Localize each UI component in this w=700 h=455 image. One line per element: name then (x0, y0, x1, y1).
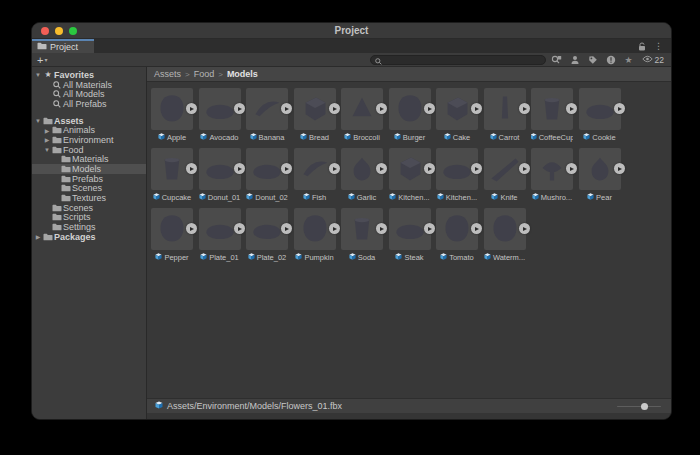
asset-thumbnail[interactable] (484, 148, 526, 190)
sidebar-item-textures[interactable]: Textures (32, 193, 146, 203)
asset-thumbnail[interactable] (389, 88, 431, 130)
foldout-collapsed-icon[interactable]: ▶ (43, 136, 51, 143)
foldout-expanded-icon[interactable]: ▼ (43, 147, 51, 153)
expand-subassets-icon[interactable] (376, 223, 387, 234)
asset-item[interactable]: Apple (151, 88, 193, 144)
expand-subassets-icon[interactable] (281, 223, 292, 234)
foldout-expanded-icon[interactable]: ▼ (34, 72, 42, 78)
asset-thumbnail[interactable] (151, 88, 193, 130)
asset-thumbnail[interactable] (436, 208, 478, 250)
expand-subassets-icon[interactable] (519, 103, 530, 114)
asset-item[interactable]: Carrot (484, 88, 526, 144)
asset-thumbnail[interactable] (341, 148, 383, 190)
asset-thumbnail[interactable] (531, 148, 573, 190)
expand-subassets-icon[interactable] (614, 103, 625, 114)
expand-subassets-icon[interactable] (471, 163, 482, 174)
asset-thumbnail[interactable] (246, 208, 288, 250)
lock-icon[interactable] (634, 39, 650, 53)
breadcrumb-segment-assets[interactable]: Assets (154, 69, 181, 79)
expand-subassets-icon[interactable] (329, 103, 340, 114)
breadcrumb-segment-models[interactable]: Models (227, 69, 258, 79)
asset-thumbnail[interactable] (199, 148, 241, 190)
asset-item[interactable]: Knife (484, 148, 526, 204)
minimize-button[interactable] (55, 27, 63, 35)
info-icon[interactable] (604, 54, 618, 66)
sidebar-item-environment[interactable]: ▶Environment (32, 135, 146, 145)
search-text-field[interactable] (385, 55, 541, 64)
sidebar-item-materials[interactable]: Materials (32, 155, 146, 165)
asset-item[interactable]: Donut_02 (246, 148, 288, 204)
foldout-collapsed-icon[interactable]: ▶ (43, 127, 51, 134)
sidebar-item-animals[interactable]: ▶Animals (32, 125, 146, 135)
expand-subassets-icon[interactable] (234, 163, 245, 174)
asset-thumbnail[interactable] (484, 208, 526, 250)
asset-item[interactable]: Broccoli (341, 88, 383, 144)
asset-item[interactable]: Pepper (151, 208, 193, 264)
expand-subassets-icon[interactable] (519, 223, 530, 234)
asset-item[interactable]: Pumpkin (294, 208, 336, 264)
search-by-type-icon[interactable] (550, 54, 564, 66)
asset-item[interactable]: Garlic (341, 148, 383, 204)
expand-subassets-icon[interactable] (186, 103, 197, 114)
asset-item[interactable]: Burger (389, 88, 431, 144)
add-asset-button[interactable]: + ▾ (37, 54, 47, 65)
sidebar-item-all-models[interactable]: All Models (32, 89, 146, 99)
expand-subassets-icon[interactable] (471, 223, 482, 234)
tab-project[interactable]: Project (32, 39, 94, 53)
sidebar-item-assets[interactable]: ▼Assets (32, 116, 146, 126)
asset-thumbnail[interactable] (389, 208, 431, 250)
expand-subassets-icon[interactable] (234, 223, 245, 234)
asset-item[interactable]: Banana (246, 88, 288, 144)
asset-item[interactable]: Avocado (199, 88, 241, 144)
asset-thumbnail[interactable] (294, 148, 336, 190)
asset-thumbnail[interactable] (579, 88, 621, 130)
asset-item[interactable]: Tomato (436, 208, 478, 264)
asset-thumbnail[interactable] (199, 88, 241, 130)
asset-item[interactable]: Fish (294, 148, 336, 204)
breadcrumb-segment-food[interactable]: Food (194, 69, 215, 79)
menu-kebab-icon[interactable]: ⋮ (650, 39, 671, 53)
foldout-collapsed-icon[interactable]: ▶ (34, 233, 42, 240)
fullscreen-button[interactable] (69, 27, 77, 35)
visibility-toggle[interactable]: 22 (640, 55, 664, 65)
expand-subassets-icon[interactable] (329, 163, 340, 174)
asset-thumbnail[interactable] (341, 208, 383, 250)
expand-subassets-icon[interactable] (566, 103, 577, 114)
sidebar-item-scenes[interactable]: Scenes (32, 184, 146, 194)
asset-item[interactable]: Cookie (579, 88, 621, 144)
asset-thumbnail[interactable] (151, 148, 193, 190)
asset-thumbnail[interactable] (436, 88, 478, 130)
asset-thumbnail[interactable] (341, 88, 383, 130)
asset-thumbnail[interactable] (389, 148, 431, 190)
expand-subassets-icon[interactable] (376, 163, 387, 174)
expand-subassets-icon[interactable] (424, 163, 435, 174)
asset-item[interactable]: CoffeeCup (531, 88, 573, 144)
search-by-label-icon[interactable] (586, 54, 600, 66)
asset-item[interactable]: Kitchen... (389, 148, 431, 204)
expand-subassets-icon[interactable] (281, 163, 292, 174)
asset-item[interactable]: Pear (579, 148, 621, 204)
close-button[interactable] (41, 27, 49, 35)
expand-subassets-icon[interactable] (376, 103, 387, 114)
asset-thumbnail[interactable] (294, 88, 336, 130)
sidebar-item-scenes[interactable]: Scenes (32, 203, 146, 213)
asset-item[interactable]: Soda (341, 208, 383, 264)
asset-item[interactable]: Plate_01 (199, 208, 241, 264)
sidebar-item-all-materials[interactable]: All Materials (32, 80, 146, 90)
expand-subassets-icon[interactable] (614, 163, 625, 174)
expand-subassets-icon[interactable] (566, 163, 577, 174)
sidebar-item-all-prefabs[interactable]: All Prefabs (32, 99, 146, 109)
asset-thumbnail[interactable] (294, 208, 336, 250)
asset-thumbnail[interactable] (436, 148, 478, 190)
sidebar-item-scripts[interactable]: Scripts (32, 213, 146, 223)
import-activity-icon[interactable] (568, 54, 582, 66)
sidebar-item-settings[interactable]: Settings (32, 222, 146, 232)
asset-thumbnail[interactable] (246, 148, 288, 190)
sidebar-item-favorites[interactable]: ▼★Favorites (32, 70, 146, 80)
asset-item[interactable]: Cake (436, 88, 478, 144)
sidebar-item-food[interactable]: ▼Food (32, 145, 146, 155)
asset-thumbnail[interactable] (151, 208, 193, 250)
expand-subassets-icon[interactable] (281, 103, 292, 114)
asset-item[interactable]: Kitchen... (436, 148, 478, 204)
expand-subassets-icon[interactable] (519, 163, 530, 174)
